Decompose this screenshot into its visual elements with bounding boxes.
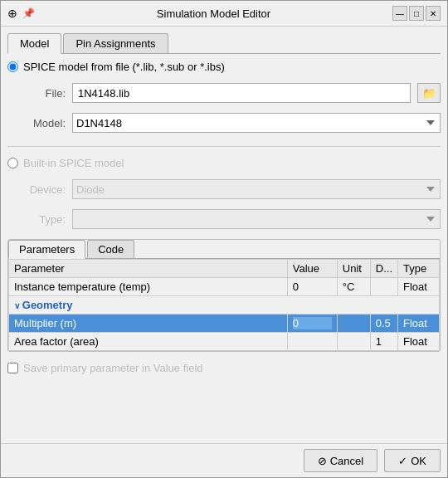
col-header-unit: Unit <box>337 260 370 278</box>
type-label: Type: <box>24 213 66 226</box>
maximize-button[interactable]: □ <box>409 6 424 21</box>
table-row[interactable]: Multiplier (m) 0.5 Float <box>9 315 440 333</box>
builtin-fields: Device: Diode Type: <box>24 176 441 232</box>
tab-pin-assignments[interactable]: Pin Assignments <box>63 33 168 53</box>
cell-type: Float <box>398 333 440 351</box>
title-bar-left: ⊕ 📌 <box>7 7 35 20</box>
file-label: File: <box>24 87 66 100</box>
ok-button[interactable]: ✓ OK <box>384 449 441 472</box>
title-bar: ⊕ 📌 Simulation Model Editor — □ ✕ <box>1 1 447 27</box>
table-group-row: ∨ Geometry <box>9 296 440 315</box>
ok-label: OK <box>411 455 426 467</box>
main-window: ⊕ 📌 Simulation Model Editor — □ ✕ Model … <box>0 0 448 478</box>
main-tabs: Model Pin Assignments <box>7 33 441 54</box>
tab-code[interactable]: Code <box>87 240 134 258</box>
col-header-param: Parameter <box>9 260 288 278</box>
window-title: Simulation Model Editor <box>35 7 392 20</box>
model-select[interactable]: D1N4148 <box>72 113 441 133</box>
inner-tabs: Parameters Code <box>8 240 440 259</box>
cell-unit: °C <box>337 278 370 296</box>
chevron-icon: ∨ <box>14 301 22 310</box>
file-browse-button[interactable]: 📁 <box>417 83 441 103</box>
cancel-button[interactable]: ⊘ Cancel <box>304 449 377 472</box>
close-button[interactable]: ✕ <box>426 6 441 21</box>
tab-model[interactable]: Model <box>7 33 61 54</box>
table-row[interactable]: Instance temperature (temp) 0 °C Float <box>9 278 440 296</box>
cell-value <box>287 333 337 351</box>
spice-file-radio-row: SPICE model from file (*.lib, *.sub or *… <box>7 61 441 73</box>
cell-unit <box>337 333 370 351</box>
model-field-row: Model: D1N4148 <box>24 113 441 133</box>
cell-d: 1 <box>370 333 397 351</box>
cell-value: 0 <box>287 278 337 296</box>
tab-parameters[interactable]: Parameters <box>8 240 85 259</box>
value-input[interactable] <box>293 317 332 329</box>
cancel-label: Cancel <box>330 455 363 467</box>
table-header-row: Parameter Value Unit D... Type <box>9 260 440 278</box>
col-header-value: Value <box>287 260 337 278</box>
folder-icon: 📁 <box>422 87 436 100</box>
device-label: Device: <box>24 183 66 196</box>
cell-unit <box>337 315 370 333</box>
bottom-buttons: ⊘ Cancel ✓ OK <box>1 443 447 477</box>
cell-d: 0.5 <box>370 315 397 333</box>
cell-type: Float <box>398 315 440 333</box>
builtin-radio[interactable] <box>7 158 18 168</box>
table-row[interactable]: Area factor (area) 1 Float <box>9 333 440 351</box>
file-input[interactable] <box>72 83 411 103</box>
cell-param: Multiplier (m) <box>9 315 288 333</box>
cancel-icon: ⊘ <box>318 455 327 467</box>
app-icon2: 📌 <box>22 7 35 19</box>
params-table: Parameter Value Unit D... Type Instance … <box>8 259 440 351</box>
spice-file-fields: File: 📁 Model: D1N4148 <box>24 80 441 136</box>
type-select <box>72 209 441 229</box>
type-field-row: Type: <box>24 209 441 229</box>
file-field-row: File: 📁 <box>24 83 441 103</box>
cell-type: Float <box>398 278 440 296</box>
spice-file-label: SPICE model from file (*.lib, *.sub or *… <box>23 61 225 73</box>
ok-icon: ✓ <box>398 455 407 467</box>
cell-d <box>370 278 397 296</box>
col-header-d: D... <box>370 260 397 278</box>
device-field-row: Device: Diode <box>24 179 441 199</box>
save-param-row: Save primary parameter in Value field <box>7 362 441 374</box>
table-wrapper: Parameter Value Unit D... Type Instance … <box>8 259 440 351</box>
window-content: Model Pin Assignments SPICE model from f… <box>1 27 447 443</box>
minimize-button[interactable]: — <box>392 6 407 21</box>
params-section: Parameters Code Parameter Value Unit D..… <box>7 239 441 352</box>
spice-file-radio[interactable] <box>7 61 18 72</box>
builtin-radio-row: Built-in SPICE model <box>7 157 441 169</box>
builtin-label: Built-in SPICE model <box>23 157 124 169</box>
save-param-checkbox[interactable] <box>7 363 18 373</box>
col-header-type: Type <box>398 260 440 278</box>
window-controls: — □ ✕ <box>392 6 441 21</box>
app-icon1: ⊕ <box>7 7 17 20</box>
save-param-label: Save primary parameter in Value field <box>23 362 203 374</box>
cell-param: Area factor (area) <box>9 333 288 351</box>
group-label: ∨ Geometry <box>9 296 440 315</box>
model-label: Model: <box>24 117 66 129</box>
device-select: Diode <box>72 179 441 199</box>
cell-value[interactable] <box>287 315 337 333</box>
cell-param: Instance temperature (temp) <box>9 278 288 296</box>
